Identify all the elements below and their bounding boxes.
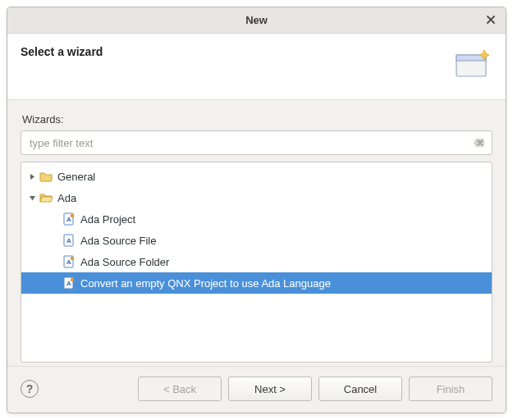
expand-icon[interactable] xyxy=(26,171,38,182)
clear-filter-icon[interactable] xyxy=(473,136,486,149)
tree-item-ada-source-folder[interactable]: A Ada Source Folder xyxy=(21,251,492,272)
window-title: New xyxy=(7,14,506,26)
titlebar: New xyxy=(7,7,506,34)
folder-icon xyxy=(39,170,53,183)
tree-item-label: Ada Source Folder xyxy=(80,256,169,268)
ada-file-icon: A xyxy=(62,276,76,290)
wizard-banner-icon xyxy=(451,45,492,81)
close-button[interactable] xyxy=(483,11,499,28)
new-wizard-dialog: New Select a wizard Wizards: xyxy=(7,7,506,413)
ada-file-icon: A xyxy=(62,255,76,268)
tree-item-convert-qnx[interactable]: A Convert an empty QNX Project to use Ad… xyxy=(21,272,492,294)
wizard-tree[interactable]: General Ada A Ada Project xyxy=(21,162,492,363)
back-button: < Back xyxy=(138,377,222,401)
next-button[interactable]: Next > xyxy=(228,377,312,401)
banner: Select a wizard xyxy=(7,34,506,100)
svg-point-4 xyxy=(71,214,75,218)
cancel-button[interactable]: Cancel xyxy=(318,377,402,401)
svg-text:A: A xyxy=(66,237,71,244)
tree-item-general[interactable]: General xyxy=(21,166,492,187)
tree-item-label: Ada Source File xyxy=(80,235,157,247)
svg-point-12 xyxy=(71,278,75,282)
close-icon xyxy=(486,15,496,25)
wizards-label: Wizards: xyxy=(22,113,492,126)
tree-item-label: Ada Project xyxy=(80,213,135,226)
filter-wrap xyxy=(21,130,492,155)
collapse-icon[interactable] xyxy=(26,192,38,203)
button-bar: ? < Back Next > Cancel Finish xyxy=(7,366,506,413)
banner-title: Select a wizard xyxy=(21,45,103,58)
svg-point-9 xyxy=(71,257,75,261)
dialog-body: Wizards: General xyxy=(7,100,506,366)
ada-file-icon: A xyxy=(62,234,76,247)
ada-file-icon: A xyxy=(62,212,76,226)
tree-item-label: Convert an empty QNX Project to use Ada … xyxy=(80,277,331,290)
tree-item-ada-project[interactable]: A Ada Project xyxy=(21,208,492,230)
tree-item-ada[interactable]: Ada xyxy=(21,187,492,208)
tree-item-label: General xyxy=(57,171,95,183)
finish-button: Finish xyxy=(409,377,492,401)
filter-input[interactable] xyxy=(21,130,492,155)
tree-item-ada-source-file[interactable]: A Ada Source File xyxy=(21,230,492,251)
folder-open-icon xyxy=(39,191,53,204)
tree-item-label: Ada xyxy=(57,192,76,204)
help-button[interactable]: ? xyxy=(21,380,39,398)
